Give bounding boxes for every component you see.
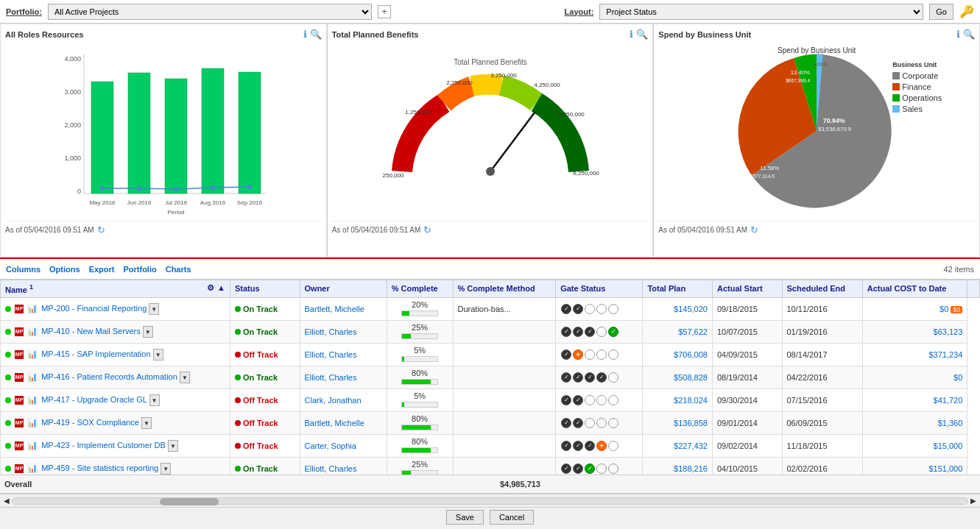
bar-chart-footer: As of 05/04/2016 09:51 AM ↻ — [5, 221, 322, 235]
status-dot — [235, 329, 241, 335]
cost-link[interactable]: $41,720 — [934, 396, 963, 405]
project-link[interactable]: MP-200 - Financial Reporting — [41, 304, 147, 313]
th-gate[interactable]: Gate Status — [556, 280, 643, 298]
row-dropdown[interactable]: ▼ — [143, 326, 153, 338]
row-dropdown[interactable]: ▼ — [149, 303, 159, 315]
cell-name: MP 📊 MP-417 - Upgrade Oracle GL ▼ — [1, 388, 230, 411]
th-status[interactable]: Status — [230, 280, 300, 298]
row-dropdown[interactable]: ▼ — [180, 372, 190, 383]
plan-link[interactable]: $508,828 — [674, 373, 708, 382]
owner-link[interactable]: Elliott, Charles — [305, 327, 357, 336]
plan-link[interactable]: $57,622 — [678, 327, 708, 336]
project-link[interactable]: MP-410 - New Mail Servers — [41, 327, 140, 335]
th-plan[interactable]: Total Plan — [643, 280, 713, 298]
th-owner[interactable]: Owner — [300, 280, 387, 298]
go-button[interactable]: Go — [929, 4, 953, 20]
plan-link[interactable]: $136,858 — [674, 419, 708, 427]
table-container[interactable]: Name 1 ▲ ⚙ Status Owner % Complete % Com… — [0, 280, 980, 475]
cell-status: Off Track — [230, 411, 300, 434]
scroll-left[interactable]: ◀ — [1, 497, 12, 505]
owner-link[interactable]: Clark, Jonathan — [305, 396, 362, 405]
project-link[interactable]: MP-415 - SAP Implementation — [41, 349, 150, 358]
th-pct[interactable]: % Complete — [387, 280, 453, 298]
columns-link[interactable]: Columns — [6, 265, 40, 274]
pie-info-icon[interactable]: ℹ — [956, 29, 960, 40]
svg-rect-9 — [165, 79, 187, 194]
th-pct-method[interactable]: % Complete Method — [453, 280, 556, 298]
th-end[interactable]: Scheduled End — [782, 280, 862, 298]
row-dropdown[interactable]: ▼ — [161, 463, 171, 475]
owner-link[interactable]: Elliott, Charles — [305, 464, 357, 473]
bar-info-icon[interactable]: ℹ — [303, 29, 307, 40]
chart-icon: 📊 — [27, 327, 38, 335]
cost-link[interactable]: $151,000 — [928, 464, 962, 473]
cost-link[interactable]: $63,123 — [934, 327, 963, 336]
gauge-search-icon[interactable]: 🔍 — [636, 29, 648, 40]
overall-status — [162, 477, 221, 491]
row-dropdown[interactable]: ▼ — [153, 349, 163, 361]
gauge-footer: As of 05/04/2016 09:51 AM ↻ — [332, 221, 649, 235]
gate-dot-filled: ✓ — [573, 304, 583, 314]
cost-link[interactable]: $371,234 — [928, 350, 962, 359]
pie-search-icon[interactable]: 🔍 — [963, 29, 975, 40]
export-link[interactable]: Export — [89, 265, 115, 274]
cell-end: 06/09/2015 — [782, 411, 862, 434]
row-dropdown[interactable]: ▼ — [168, 440, 178, 452]
cost-link[interactable]: $0 — [953, 373, 962, 382]
row-dropdown[interactable]: ▼ — [141, 417, 152, 429]
svg-text:$667,999.4: $667,999.4 — [786, 78, 810, 83]
owner-link[interactable]: Elliott, Charles — [305, 373, 357, 382]
cell-pct: 80% — [387, 434, 453, 457]
portfolio-link[interactable]: Portfolio — [123, 265, 156, 274]
plan-link[interactable]: $706,008 — [674, 350, 708, 359]
gauge-panel: Total Planned Benefits ℹ 🔍 Total Planned… — [327, 24, 654, 258]
owner-link[interactable]: Elliott, Charles — [305, 350, 357, 359]
charts-link[interactable]: Charts — [166, 265, 191, 274]
cell-gate: ✓+ — [556, 343, 643, 366]
cell-owner: Bartlett, Michelle — [300, 297, 387, 320]
options-link[interactable]: Options — [49, 265, 80, 274]
owner-link[interactable]: Bartlett, Michelle — [305, 305, 364, 313]
layout-select[interactable]: Project Status — [599, 4, 923, 20]
row-green-dot — [5, 329, 11, 335]
owner-link[interactable]: Carter, Sophia — [305, 441, 356, 450]
cost-link[interactable]: $15,000 — [934, 441, 963, 450]
plan-link[interactable]: $188,216 — [674, 464, 708, 473]
add-portfolio-button[interactable]: + — [378, 5, 391, 18]
row-dropdown[interactable]: ▼ — [149, 394, 160, 406]
project-link[interactable]: MP-417 - Upgrade Oracle GL — [41, 395, 147, 404]
plan-link[interactable]: $227,432 — [674, 441, 708, 450]
project-link[interactable]: MP-416 - Patient Records Automation — [41, 372, 177, 381]
scroll-track[interactable] — [12, 497, 968, 505]
cell-owner: Elliott, Charles — [300, 457, 387, 475]
cost-link[interactable]: $1,360 — [938, 419, 963, 427]
save-button[interactable]: Save — [446, 510, 484, 525]
plan-link[interactable]: $218,024 — [674, 396, 708, 405]
project-link[interactable]: MP-419 - SOX Compliance — [41, 418, 139, 427]
gauge-refresh-icon[interactable]: ↻ — [423, 224, 431, 235]
gate-dot-empty — [596, 395, 607, 405]
project-link[interactable]: MP-459 - Site statistics reporting — [41, 464, 158, 472]
cost-link[interactable]: $0 — [940, 305, 948, 313]
svg-text:250,000: 250,000 — [382, 172, 403, 179]
owner-link[interactable]: Bartlett, Michelle — [305, 419, 364, 427]
portfolio-select[interactable]: All Active Projects — [48, 4, 372, 20]
scroll-right[interactable]: ▶ — [968, 497, 979, 505]
scroll-thumb[interactable] — [160, 498, 219, 505]
cell-owner: Carter, Sophia — [300, 434, 387, 457]
sort-icon[interactable]: ⚙ — [207, 283, 214, 293]
project-link[interactable]: MP-423 - Implement Customer DB — [41, 441, 166, 450]
th-start[interactable]: Actual Start — [712, 280, 782, 298]
bar-refresh-icon[interactable]: ↻ — [97, 224, 105, 235]
legend-corporate: Corporate — [892, 71, 942, 80]
pie-title: Spend by Business Unit — [658, 30, 751, 39]
plan-link[interactable]: $145,020 — [674, 305, 708, 313]
gauge-chart-area: Total Planned Benefits 250,000 1,250,000 — [332, 43, 649, 219]
pie-refresh-icon[interactable]: ↻ — [750, 224, 758, 235]
bar-search-icon[interactable]: 🔍 — [310, 29, 322, 40]
th-cost[interactable]: Actual COST to Date — [862, 280, 967, 298]
cancel-button[interactable]: Cancel — [490, 510, 534, 525]
th-name[interactable]: Name 1 ▲ ⚙ — [1, 280, 230, 298]
sort-arrow[interactable]: ▲ — [217, 283, 225, 292]
gauge-info-icon[interactable]: ℹ — [630, 29, 633, 40]
